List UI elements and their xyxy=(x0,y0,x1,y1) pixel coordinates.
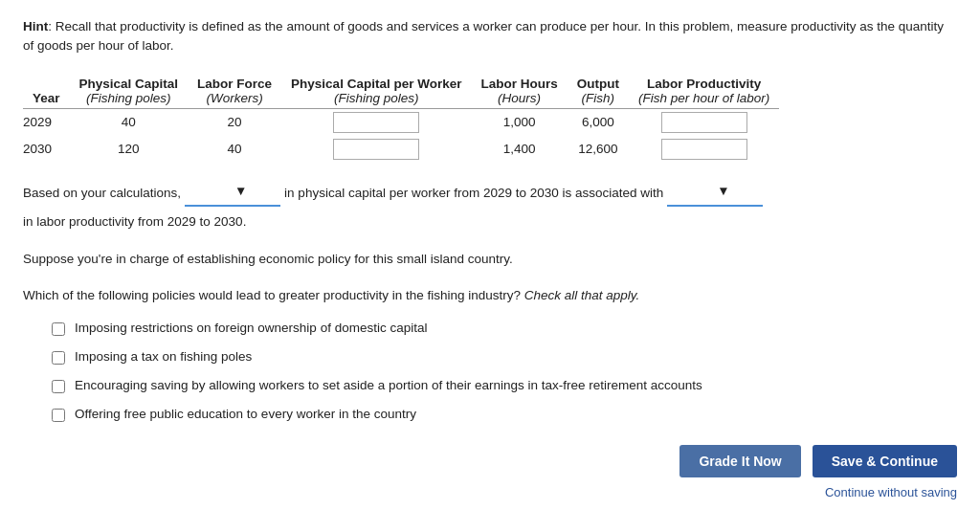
sentence-row: Based on your calculations, ▼ in physica… xyxy=(23,180,957,234)
grade-it-now-button[interactable]: Grade It Now xyxy=(679,445,800,477)
physical-capital-2030: 120 xyxy=(70,136,189,163)
checkbox-free-education[interactable] xyxy=(52,409,65,422)
labor-force-2029: 20 xyxy=(188,108,281,136)
table-row: 2030 120 40 1,400 12,600 xyxy=(23,136,779,163)
labor-hours-2029: 1,000 xyxy=(471,108,567,136)
output-2029: 6,000 xyxy=(568,108,629,136)
continue-link-row: Continue without saving xyxy=(23,485,957,499)
labor-productivity-2029-input[interactable] xyxy=(661,112,747,133)
dropdown1[interactable]: ▼ xyxy=(185,180,280,207)
col-year-header: Year xyxy=(23,74,70,109)
labor-productivity-2029-cell xyxy=(629,108,779,136)
col-output-header: Output (Fish) xyxy=(568,74,629,109)
save-continue-button[interactable]: Save & Continue xyxy=(813,445,957,477)
checkbox-item-2: Imposing a tax on fishing poles xyxy=(52,349,957,365)
physical-capital-per-worker-2029-input[interactable] xyxy=(333,112,419,133)
data-table: Year Physical Capital (Fishing poles) La… xyxy=(23,74,779,163)
col-labor-force-header: Labor Force (Workers) xyxy=(188,74,281,109)
hint-paragraph: Hint: Recall that productivity is define… xyxy=(23,17,957,56)
checkbox-encourage-saving[interactable] xyxy=(52,380,65,393)
labor-force-2030: 40 xyxy=(188,136,281,163)
suppose-paragraph: Suppose you're in charge of establishing… xyxy=(23,249,957,270)
labor-hours-2030: 1,400 xyxy=(471,136,567,163)
col-labor-productivity-header: Labor Productivity (Fish per hour of lab… xyxy=(629,74,779,109)
checkbox-label-foreign-ownership: Imposing restrictions on foreign ownersh… xyxy=(75,321,427,335)
hint-label: Hint xyxy=(23,19,48,33)
labor-productivity-2030-input[interactable] xyxy=(661,139,747,160)
checkbox-label-free-education: Offering free public education to every … xyxy=(75,407,416,421)
sentence-suffix: in labor productivity from 2029 to 2030. xyxy=(23,211,246,233)
checkbox-foreign-ownership[interactable] xyxy=(52,322,65,336)
dropdown2[interactable]: ▼ xyxy=(667,180,763,207)
sentence-prefix: Based on your calculations, xyxy=(23,182,181,205)
checkbox-label-encourage-saving: Encouraging saving by allowing workers t… xyxy=(75,378,702,392)
buttons-row: Grade It Now Save & Continue xyxy=(23,445,957,477)
checkbox-item-4: Offering free public education to every … xyxy=(52,407,957,422)
labor-productivity-2030-cell xyxy=(629,136,779,163)
continue-without-saving-link[interactable]: Continue without saving xyxy=(825,485,957,499)
chevron-down-icon: ▼ xyxy=(234,180,277,203)
output-2030: 12,600 xyxy=(568,136,629,163)
year-2029: 2029 xyxy=(23,108,70,136)
checkbox-item-3: Encouraging saving by allowing workers t… xyxy=(52,378,957,393)
col-labor-hours-header: Labor Hours (Hours) xyxy=(471,74,567,109)
question-paragraph: Which of the following policies would le… xyxy=(23,285,957,306)
checkbox-item-1: Imposing restrictions on foreign ownersh… xyxy=(52,321,957,336)
physical-capital-per-worker-2029-cell xyxy=(281,108,471,136)
sentence-middle: in physical capital per worker from 2029… xyxy=(284,182,663,205)
col-physical-capital-header: Physical Capital (Fishing poles) xyxy=(70,74,189,109)
checkbox-label-tax-fishing-poles: Imposing a tax on fishing poles xyxy=(75,349,252,364)
chevron-down-icon2: ▼ xyxy=(717,180,759,203)
physical-capital-per-worker-2030-cell xyxy=(281,136,471,163)
physical-capital-per-worker-2030-input[interactable] xyxy=(333,139,419,160)
checkboxes-section: Imposing restrictions on foreign ownersh… xyxy=(23,321,957,422)
question-emphasis: Check all that apply. xyxy=(524,288,640,302)
physical-capital-2029: 40 xyxy=(70,108,189,136)
question-text: Which of the following policies would le… xyxy=(23,288,521,302)
table-row: 2029 40 20 1,000 6,000 xyxy=(23,108,779,136)
year-2030: 2030 xyxy=(23,136,70,163)
checkbox-tax-fishing-poles[interactable] xyxy=(52,351,65,365)
col-physical-capital-per-worker-header: Physical Capital per Worker (Fishing pol… xyxy=(281,74,471,109)
hint-body: : Recall that productivity is defined as… xyxy=(23,19,944,53)
